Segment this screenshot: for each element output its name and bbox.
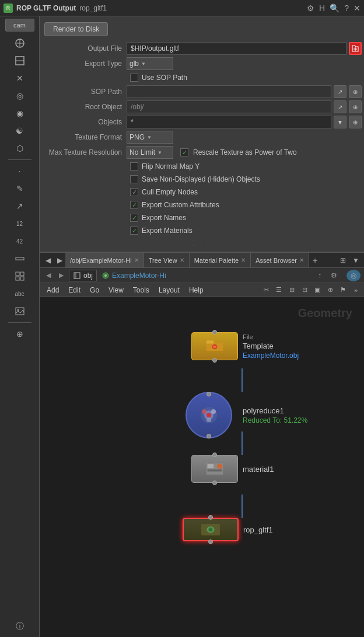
sidebar-pencil-icon[interactable]: ✎ [12,180,28,197]
close-icon[interactable]: ✕ [354,4,360,13]
svg-point-28 [211,409,216,414]
tabs-menu-button[interactable]: ▼ [350,255,362,266]
menu-add[interactable]: Add [42,283,64,297]
cull-empty-checkbox[interactable] [130,188,138,196]
menu-icon-group: ✂ ☰ ⊞ ⊟ ▣ ⊕ ⚑ » [260,284,362,296]
objects-expand-button[interactable]: ▼ [334,116,346,128]
cam-button[interactable]: cam [5,19,34,32]
sop-path-input[interactable] [127,85,331,98]
export-custom-checkbox[interactable] [130,201,138,209]
path-settings-button[interactable]: ⚙ [328,270,340,281]
output-file-picker-button[interactable] [349,42,362,55]
objects-input[interactable] [127,116,331,128]
path-display-button[interactable]: ◎ [346,270,360,281]
tab-asset-browser[interactable]: Asset Browser ✕ [251,253,309,268]
rescale-checkbox[interactable]: ✓ [180,148,188,156]
max-texture-select[interactable]: No Limit ▼ [127,146,173,159]
search-icon[interactable]: 🔍 [330,4,340,13]
path-back-button[interactable]: ◀ [43,270,54,281]
menu-table-icon[interactable]: ⊟ [299,284,310,296]
help-icon[interactable]: ? [344,4,349,13]
file-node-top-label: File [243,333,299,340]
bookmark-icon[interactable]: H [319,4,325,13]
sidebar-image-icon[interactable] [12,303,28,319]
polyreduce-node[interactable]: polyreduce1 Reduced To: 51.22% [180,392,307,438]
sidebar-num12-icon[interactable]: 12 [12,215,28,232]
sidebar-info-icon[interactable]: ⓘ [12,618,28,635]
sidebar-num42-icon[interactable]: 42 [12,233,28,249]
settings-icon[interactable]: ⚙ [307,4,314,13]
polyreduce-sub-label: Reduced To: 51.22% [243,416,307,424]
node-graph[interactable]: Geometry [40,297,364,637]
save-hidden-row: Save Non-Displayed (Hidden) Objects [40,173,364,186]
menu-cut-icon[interactable]: ✂ [260,284,272,296]
sop-path-jump-button[interactable]: ↗ [334,85,346,98]
tabs-view-button[interactable]: ⊞ [337,255,349,266]
menu-layout[interactable]: Layout [154,283,184,297]
cull-empty-row: Cull Empty Nodes [40,186,364,199]
tab-example-motor[interactable]: /obj/ExampleMotor-Hi ✕ [65,253,144,268]
sidebar-hex-icon[interactable]: ⬡ [12,140,28,156]
use-sop-path-checkbox[interactable] [130,74,138,82]
export-type-row: Export Type glb ▼ [40,56,364,71]
root-object-input[interactable] [127,100,331,113]
sidebar-arrow-icon[interactable]: ↗ [12,198,28,214]
tab-close-0[interactable]: ✕ [134,257,139,263]
sidebar-scene-icon[interactable] [12,53,28,69]
render-to-disk-button[interactable]: Render to Disk [44,22,108,36]
svg-rect-5 [16,257,24,260]
export-materials-checkbox[interactable] [130,227,138,235]
menu-help[interactable]: Help [184,283,208,297]
export-names-checkbox[interactable] [130,214,138,222]
menu-edit[interactable]: Edit [64,283,85,297]
tab-back-button[interactable]: ◀ [42,255,54,266]
path-forward-button[interactable]: ▶ [56,270,66,281]
menu-flag-icon[interactable]: ⚑ [337,284,349,296]
menu-more-icon[interactable]: » [350,284,362,296]
path-home-button[interactable]: ↑ [314,270,326,281]
sidebar-close-icon[interactable]: ✕ [12,70,28,86]
flip-normal-checkbox[interactable] [130,162,138,170]
tab-close-1[interactable]: ✕ [180,257,184,263]
rop-main-label: rop_gltf1 [243,525,273,534]
tab-forward-button[interactable]: ▶ [54,255,65,266]
path-obj-label[interactable]: obj [83,271,93,280]
menu-grid-icon[interactable]: ⊞ [286,284,298,296]
file-node[interactable]: File Template ExampleMotor.obj [191,332,299,360]
save-hidden-label: Save Non-Displayed (Hidden) Objects [142,175,260,183]
svg-rect-7 [20,272,24,276]
sidebar-yin-icon[interactable]: ☯ [12,123,28,139]
output-file-input[interactable] [127,42,346,55]
menu-layers-icon[interactable]: ⊕ [324,284,336,296]
material-connector-top [212,452,217,457]
rop-gltf-node[interactable]: rop_gltf1 [183,518,273,541]
save-hidden-checkbox[interactable] [130,175,138,183]
menu-view[interactable]: View [104,283,128,297]
root-object-picker-button[interactable]: ⊕ [349,100,362,113]
sidebar-network-icon[interactable] [12,35,28,51]
menu-go[interactable]: Go [85,283,104,297]
path-node-label[interactable]: ExampleMotor-Hi [112,271,166,280]
tab-close-2[interactable]: ✕ [241,257,246,263]
export-type-select[interactable]: glb ▼ [127,57,173,70]
objects-picker-button[interactable]: ⊕ [349,116,362,128]
menu-frame-icon[interactable]: ▣ [312,284,323,296]
tab-tree-view[interactable]: Tree View ✕ [144,253,190,268]
tabs-panel: ◀ ▶ /obj/ExampleMotor-Hi ✕ Tree View ✕ M… [40,253,364,637]
sidebar-grid-icon[interactable] [12,268,28,284]
material-node[interactable]: material1 [191,455,274,483]
sidebar-eye-icon[interactable]: ◉ [12,105,28,121]
menu-list-icon[interactable]: ☰ [273,284,285,296]
sidebar-abc-icon[interactable]: abc [12,286,28,302]
sidebar-ruler-icon[interactable] [12,250,28,267]
root-object-jump-button[interactable]: ↗ [334,100,346,113]
tab-close-3[interactable]: ✕ [299,257,304,263]
sidebar-target-icon[interactable]: ◎ [12,88,28,104]
sidebar-location-icon[interactable]: ⊕ [12,326,28,342]
tab-add-button[interactable]: + [309,256,321,265]
menu-tools[interactable]: Tools [128,283,154,297]
sop-path-picker-button[interactable]: ⊕ [349,85,362,98]
sidebar-dot-icon[interactable]: · [12,163,28,179]
tab-material-palette[interactable]: Material Palette ✕ [190,253,251,268]
texture-format-select[interactable]: PNG ▼ [127,131,173,144]
